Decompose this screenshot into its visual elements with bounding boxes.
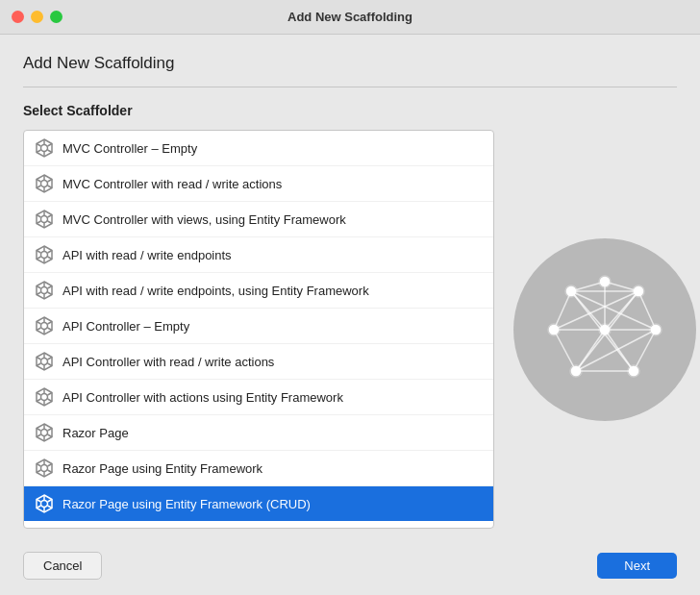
svg-point-73	[41, 465, 48, 472]
scaffolder-icon	[34, 137, 55, 159]
svg-point-49	[41, 359, 48, 365]
svg-point-17	[41, 216, 48, 223]
scaffolder-icon	[34, 386, 55, 408]
scaffolder-label: API Controller with actions using Entity…	[62, 390, 343, 405]
list-item[interactable]: MVC Controller – Empty	[24, 131, 493, 166]
window-controls	[12, 11, 62, 23]
svg-point-25	[41, 252, 48, 259]
scaffolder-label: API Controller – Empty	[62, 319, 189, 334]
list-item[interactable]: MVC Controller with read / write actions	[24, 166, 493, 202]
svg-line-109	[571, 291, 605, 330]
scaffolder-label: Razor Page	[62, 426, 129, 440]
list-item[interactable]: Razor Page using Entity Framework (CRUD)	[24, 486, 493, 521]
svg-line-99	[638, 291, 656, 330]
next-button[interactable]: Next	[597, 553, 677, 579]
svg-point-57	[41, 394, 48, 401]
scaffolder-icon	[34, 209, 55, 230]
svg-line-108	[576, 330, 656, 371]
scaffolder-label: MVC Controller – Empty	[62, 141, 197, 156]
svg-point-9	[41, 181, 48, 187]
svg-line-102	[554, 330, 576, 371]
list-item[interactable]: API Controller with read / write actions	[24, 344, 493, 380]
scaffolder-label: Razor Page using Entity Framework	[62, 461, 262, 476]
svg-line-110	[605, 291, 638, 330]
svg-line-103	[554, 291, 571, 330]
svg-line-104	[571, 291, 634, 371]
svg-line-98	[605, 282, 638, 291]
list-item[interactable]: Razor Page	[24, 415, 493, 451]
svg-line-113	[576, 330, 605, 371]
scaffolder-icon	[34, 173, 55, 194]
maximize-button[interactable]	[50, 11, 62, 23]
scaffolder-icon	[34, 493, 55, 514]
svg-point-65	[41, 430, 48, 436]
scaffolder-label: MVC Controller with views, using Entity …	[62, 212, 346, 227]
network-graph-icon	[542, 267, 667, 392]
scaffolder-icon	[34, 458, 55, 479]
scaffolder-label: API with read / write endpoints, using E…	[62, 284, 369, 298]
list-item[interactable]: API Controller – Empty	[24, 309, 493, 344]
close-button[interactable]	[12, 11, 24, 23]
list-item[interactable]: API with read / write endpoints, using E…	[24, 273, 493, 309]
scaffolder-icon	[34, 280, 55, 301]
preview-area	[513, 130, 696, 529]
minimize-button[interactable]	[31, 11, 43, 23]
scaffolder-label: MVC Controller with read / write actions	[62, 177, 282, 191]
cancel-button[interactable]: Cancel	[23, 552, 102, 580]
scaffolder-label: API with read / write endpoints	[62, 248, 232, 262]
list-item[interactable]: API with read / write endpoints	[24, 237, 493, 273]
svg-line-112	[605, 330, 634, 371]
title-bar: Add New Scaffolding	[0, 0, 700, 35]
svg-point-81	[41, 501, 48, 508]
scaffolder-icon	[34, 244, 55, 265]
footer: Cancel Next	[23, 536, 677, 580]
list-item[interactable]: MVC Controller with views, using Entity …	[24, 202, 493, 237]
scaffolder-icon	[34, 422, 55, 443]
scaffolder-list[interactable]: MVC Controller – Empty MVC Controller wi…	[23, 130, 494, 529]
scaffolder-icon	[34, 351, 55, 372]
content-area: MVC Controller – Empty MVC Controller wi…	[23, 130, 677, 529]
window-heading: Add New Scaffolding	[23, 54, 677, 73]
svg-line-105	[576, 291, 638, 371]
divider	[23, 87, 677, 87]
window-title: Add New Scaffolding	[288, 10, 412, 24]
preview-graphic	[513, 238, 696, 421]
window-body: Add New Scaffolding Select Scaffolder MV…	[0, 35, 700, 595]
svg-point-1	[41, 145, 48, 152]
svg-line-97	[571, 282, 605, 291]
list-item[interactable]: API Controller with actions using Entity…	[24, 380, 493, 415]
svg-point-41	[41, 323, 48, 330]
list-item[interactable]: Razor Page using Entity Framework	[24, 451, 493, 486]
scaffolder-icon	[34, 315, 55, 336]
scaffolder-label: API Controller with read / write actions	[62, 355, 274, 369]
section-title: Select Scaffolder	[23, 103, 677, 118]
svg-point-33	[41, 287, 48, 294]
scaffolder-label: Razor Page using Entity Framework (CRUD)	[62, 497, 311, 511]
